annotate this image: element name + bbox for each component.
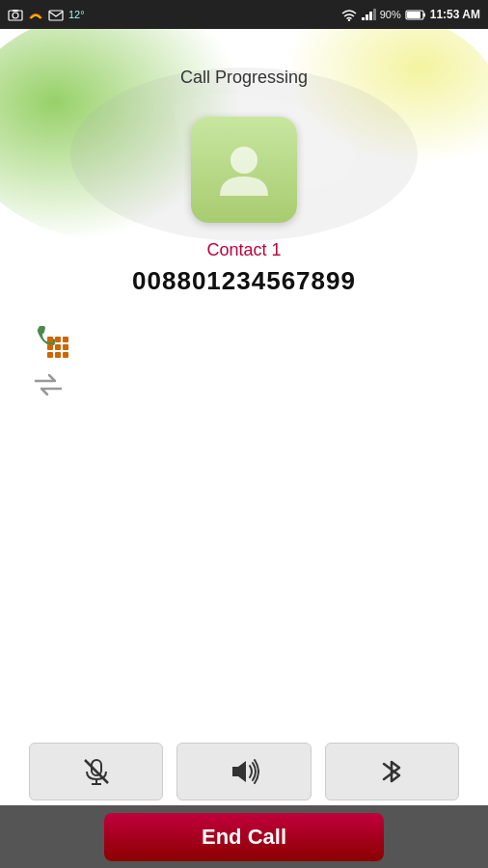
avatar-box	[191, 117, 297, 223]
signal-icon	[361, 9, 376, 21]
svg-rect-11	[407, 12, 420, 18]
svg-point-4	[348, 18, 350, 20]
svg-rect-2	[13, 10, 18, 12]
mail-icon	[48, 9, 64, 21]
svg-point-16	[230, 147, 258, 174]
status-right: 90% 11:53 AM	[341, 8, 480, 21]
dialpad-icon[interactable]	[34, 325, 76, 367]
status-bar: 12° 90% 11:53 AM	[0, 0, 488, 29]
phone-number: 008801234567899	[0, 266, 488, 296]
contact-name: Contact 1	[0, 240, 488, 260]
end-call-label: End Call	[202, 825, 286, 850]
svg-rect-3	[49, 11, 63, 20]
svg-rect-7	[369, 12, 372, 20]
svg-point-1	[13, 13, 18, 18]
main-content: Call Progressing Contact 1 0088012345678…	[0, 29, 488, 868]
time-display: 11:53 AM	[430, 8, 480, 21]
bluetooth-button[interactable]	[325, 743, 459, 800]
speaker-button[interactable]	[176, 743, 311, 800]
battery-icon	[405, 9, 426, 21]
avatar-container	[0, 117, 488, 223]
end-call-button[interactable]: End Call	[104, 813, 384, 861]
keypad-dots	[47, 337, 68, 358]
transfer-icon[interactable]	[34, 373, 63, 396]
bluetooth-icon	[376, 756, 407, 787]
wifi-icon	[341, 9, 357, 21]
call-title: Call Progressing	[0, 29, 488, 88]
bottom-controls	[0, 743, 488, 800]
battery-label: 90%	[380, 9, 401, 20]
temp-indicator: 12°	[68, 9, 85, 20]
svg-rect-8	[373, 9, 376, 20]
speaker-icon	[229, 756, 259, 787]
status-left: 12°	[8, 9, 85, 21]
dialpad-row[interactable]	[34, 325, 488, 367]
rainbow-icon	[28, 9, 43, 21]
contact-avatar-icon	[210, 136, 278, 203]
svg-rect-10	[423, 13, 425, 16]
photo-icon	[8, 9, 23, 21]
svg-rect-6	[366, 14, 368, 20]
action-icons	[0, 325, 488, 396]
mute-button[interactable]	[29, 743, 163, 800]
mute-icon	[81, 756, 112, 787]
control-buttons	[0, 743, 488, 800]
transfer-row[interactable]	[34, 373, 488, 396]
svg-rect-5	[362, 17, 365, 20]
end-call-bar: End Call	[0, 805, 488, 868]
